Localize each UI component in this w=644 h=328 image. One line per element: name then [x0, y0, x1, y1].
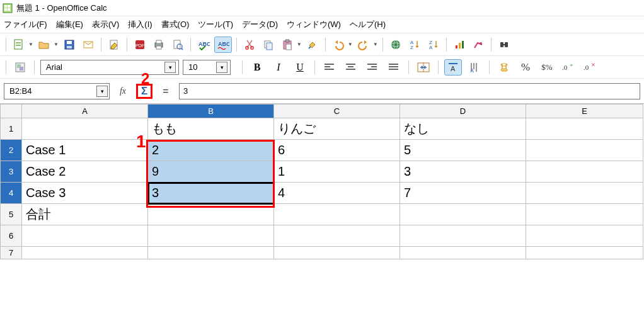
- col-header-C[interactable]: C: [274, 105, 400, 118]
- cell-E5[interactable]: [526, 204, 643, 225]
- cell-E3[interactable]: [526, 161, 643, 183]
- styles-icon[interactable]: [12, 59, 28, 76]
- formula-input[interactable]: 3: [179, 83, 640, 99]
- cell-D7[interactable]: [400, 247, 526, 259]
- pdf-icon[interactable]: PDF: [132, 37, 148, 53]
- menu-window[interactable]: ウィンドウ(W): [287, 19, 341, 30]
- spellcheck-icon[interactable]: ABC: [195, 37, 212, 53]
- menu-data[interactable]: データ(D): [242, 19, 278, 30]
- cell-B7[interactable]: [148, 247, 274, 259]
- cell-C7[interactable]: [274, 247, 400, 259]
- cell-E1[interactable]: [526, 118, 643, 140]
- cell-C2[interactable]: 6: [274, 140, 400, 161]
- italic-button[interactable]: I: [270, 59, 287, 76]
- undo-dropdown[interactable]: ▼: [348, 42, 353, 47]
- menu-help[interactable]: ヘルプ(H): [350, 19, 386, 30]
- chevron-down-icon[interactable]: ▾: [96, 86, 108, 97]
- align-middle-icon[interactable]: A: [466, 59, 483, 76]
- save-icon[interactable]: [61, 37, 78, 53]
- col-header-B[interactable]: B: [148, 105, 274, 118]
- cell-A6[interactable]: [22, 225, 148, 247]
- align-left-icon[interactable]: [321, 59, 338, 76]
- email-icon[interactable]: [80, 37, 96, 53]
- paste-dropdown[interactable]: ▼: [297, 42, 302, 47]
- font-size-combo[interactable]: 10 ▾: [183, 60, 231, 75]
- cell-A5[interactable]: 合計: [22, 204, 148, 225]
- sort-asc-icon[interactable]: AZ: [406, 37, 423, 53]
- align-center-icon[interactable]: [342, 59, 360, 76]
- menu-tools[interactable]: ツール(T): [198, 19, 233, 30]
- cell-B3[interactable]: 9: [148, 161, 274, 183]
- new-doc-dropdown[interactable]: ▼: [28, 42, 33, 47]
- open-dropdown[interactable]: ▼: [54, 42, 59, 47]
- align-justify-icon[interactable]: [385, 59, 403, 76]
- cell-C6[interactable]: [274, 225, 400, 247]
- cell-D4[interactable]: 7: [400, 183, 526, 204]
- print-preview-icon[interactable]: [170, 37, 186, 53]
- row-header-4[interactable]: 4: [1, 183, 22, 204]
- hyperlink-icon[interactable]: [388, 37, 404, 53]
- redo-icon[interactable]: [355, 37, 372, 53]
- cell-A3[interactable]: Case 2: [22, 161, 148, 183]
- row-header-3[interactable]: 3: [1, 161, 22, 183]
- underline-button[interactable]: U: [291, 59, 309, 76]
- cell-B2[interactable]: 2: [148, 140, 274, 161]
- menu-format[interactable]: 書式(O): [161, 19, 190, 30]
- cell-D1[interactable]: なし: [400, 118, 526, 140]
- row-header-6[interactable]: 6: [1, 225, 22, 247]
- cell-C1[interactable]: りんご: [274, 118, 400, 140]
- cell-A1[interactable]: [22, 118, 148, 140]
- add-decimal-icon[interactable]: .0+: [560, 59, 577, 76]
- cell-E4[interactable]: [526, 183, 643, 204]
- cell-B1[interactable]: もも: [148, 118, 274, 140]
- function-wizard-button[interactable]: fx: [115, 84, 131, 99]
- edit-doc-icon[interactable]: [106, 37, 122, 53]
- menu-edit[interactable]: 編集(E): [56, 19, 83, 30]
- equals-button[interactable]: =: [158, 84, 174, 99]
- bold-button[interactable]: B: [248, 59, 266, 76]
- sort-desc-icon[interactable]: ZA: [425, 37, 442, 53]
- cut-icon[interactable]: [241, 37, 258, 53]
- standard-format-button[interactable]: $%: [538, 59, 556, 76]
- cell-D5[interactable]: [400, 204, 526, 225]
- name-box[interactable]: B2:B4 ▾: [4, 83, 110, 99]
- spreadsheet-grid[interactable]: 1 A B C D E 1 もも りんご なし: [0, 103, 644, 259]
- row-header-5[interactable]: 5: [1, 204, 22, 225]
- undo-icon[interactable]: [330, 37, 347, 53]
- cell-E7[interactable]: [526, 247, 643, 259]
- redo-dropdown[interactable]: ▼: [373, 42, 378, 47]
- cell-B5[interactable]: [148, 204, 274, 225]
- col-header-A[interactable]: A: [22, 105, 148, 118]
- cell-B4[interactable]: 3: [148, 183, 274, 204]
- cell-C4[interactable]: 4: [274, 183, 400, 204]
- col-header-E[interactable]: E: [526, 105, 643, 118]
- open-icon[interactable]: [36, 37, 52, 53]
- merge-cells-icon[interactable]: [415, 59, 432, 76]
- chevron-down-icon[interactable]: ▾: [216, 62, 227, 73]
- cell-D2[interactable]: 5: [400, 140, 526, 161]
- find-icon[interactable]: [496, 37, 512, 53]
- format-paintbrush-icon[interactable]: [304, 37, 321, 53]
- show-draw-icon[interactable]: [470, 37, 486, 53]
- cell-C3[interactable]: 1: [274, 161, 400, 183]
- cell-E6[interactable]: [526, 225, 643, 247]
- align-top-icon[interactable]: A: [444, 59, 462, 76]
- menu-insert[interactable]: 挿入(I): [128, 19, 152, 30]
- chevron-down-icon[interactable]: ▾: [164, 62, 176, 73]
- cell-D3[interactable]: 3: [400, 161, 526, 183]
- menu-file[interactable]: ファイル(F): [4, 19, 47, 30]
- auto-spellcheck-icon[interactable]: ABC: [214, 37, 232, 53]
- currency-icon[interactable]: [495, 59, 513, 76]
- cell-E2[interactable]: [526, 140, 643, 161]
- paste-icon[interactable]: [279, 37, 296, 53]
- cell-C5[interactable]: [274, 204, 400, 225]
- select-all-corner[interactable]: [1, 105, 22, 118]
- menu-view[interactable]: 表示(V): [92, 19, 119, 30]
- print-icon[interactable]: [151, 37, 167, 53]
- row-header-7[interactable]: 7: [1, 247, 22, 259]
- cell-D6[interactable]: [400, 225, 526, 247]
- row-header-2[interactable]: 2: [1, 140, 22, 161]
- align-right-icon[interactable]: [364, 59, 381, 76]
- remove-decimal-icon[interactable]: .0×: [581, 59, 599, 76]
- cell-A7[interactable]: [22, 247, 148, 259]
